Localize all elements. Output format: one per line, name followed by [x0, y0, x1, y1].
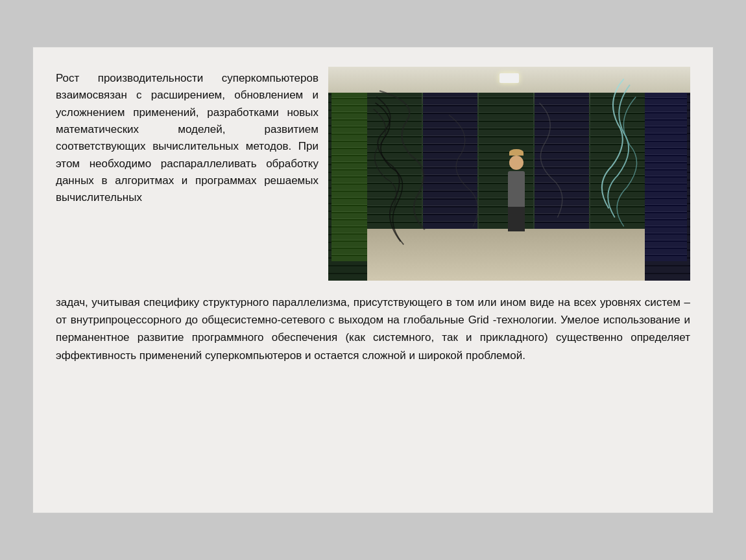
rack-col-1: [367, 93, 422, 229]
top-text-block: Рост производительности суперкомпьютеров…: [56, 67, 328, 281]
rack-col-5: [590, 93, 645, 229]
ceiling-decoration: [328, 67, 690, 93]
datacenter-image: [328, 67, 690, 281]
datacenter-floor: [367, 229, 645, 281]
rack-col-2: [423, 93, 477, 229]
rack-col-4: [535, 93, 589, 229]
person-head: [509, 156, 523, 170]
bottom-paragraph: задач, учитывая специфику структурного п…: [56, 294, 690, 364]
person-hair: [509, 149, 523, 156]
technician-figure: [503, 154, 529, 232]
person-leg-right: [518, 207, 525, 231]
person-body: [508, 171, 525, 207]
datacenter-image-block: [328, 67, 690, 281]
person-leg-left: [508, 207, 516, 231]
bottom-text-section: задач, учитывая специфику структурного п…: [56, 294, 690, 364]
top-section: Рост производительности суперкомпьютеров…: [56, 67, 690, 281]
top-paragraph: Рост производительности суперкомпьютеров…: [56, 70, 319, 207]
person-legs: [508, 207, 525, 231]
slide-container: Рост производительности суперкомпьютеров…: [32, 47, 714, 513]
content-area: Рост производительности суперкомпьютеров…: [56, 67, 690, 364]
